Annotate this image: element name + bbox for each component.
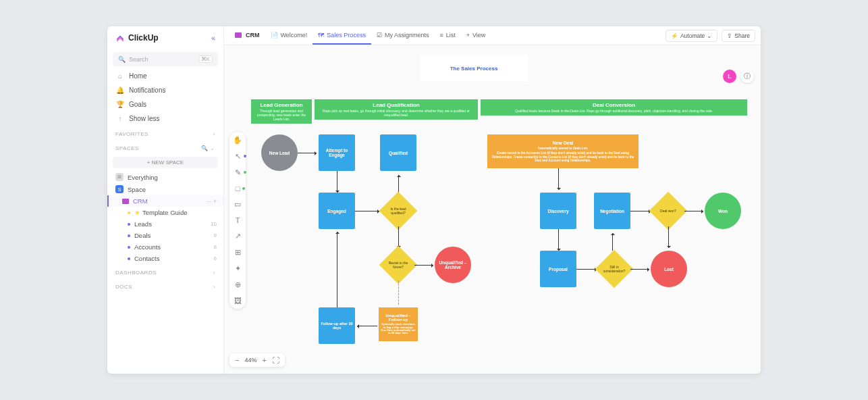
node-qualified[interactable]: Qualified [380,134,416,171]
tool-sticky[interactable]: ▭ [234,200,241,209]
tab-welcome[interactable]: 📄Welcome! [265,26,313,45]
tool-more[interactable]: ✦ [235,264,241,273]
tree-label: Contacts [134,255,160,262]
breadcrumb-label: CRM [246,32,260,39]
stage-sub: Qualified leads become Deals in the Deal… [485,109,743,113]
trophy-icon: 🏆 [115,101,125,108]
node-unq-followup[interactable]: Unqualified – Follow-up Optionally mark … [379,307,418,341]
tool-templates[interactable]: ⊞ [235,248,241,257]
nav-label: Show less [129,115,160,122]
node-unq-archive[interactable]: Unqualified – Archive [435,247,471,283]
tree-everything[interactable]: ⊞Everything [107,171,223,183]
whiteboard-title[interactable]: The Sales Process [420,55,528,82]
arrow-up-icon: ↑ [115,115,125,122]
list-icon: ≡ [439,32,443,39]
whiteboard-toolbox: ✋↖✎□▭T↗⊞✦⊕🖼 [229,132,246,309]
count-badge: 9 [214,232,217,239]
node-lost[interactable]: Lost [651,251,687,287]
tool-shape[interactable]: □ [236,184,240,193]
doc-icon: 📄 [271,32,278,39]
dashboards-header[interactable]: DASHBOARDS› [107,264,223,278]
search-icon: 🔍 [118,56,126,63]
check-icon: ☑ [377,32,382,39]
node-new-lead[interactable]: New Lead [261,134,298,171]
collapse-sidebar-button[interactable]: « [211,34,215,42]
tool-image[interactable]: 🖼 [234,297,242,305]
tab-label: Sales Process [327,32,366,39]
arrow [337,171,337,193]
docs-header[interactable]: DOCS› [107,278,223,293]
node-new-deal[interactable]: New Deal Automatically moved to Deals Li… [487,134,639,168]
tool-web[interactable]: ⊕ [235,280,241,289]
user-avatar[interactable]: L [723,70,736,83]
arrow [684,211,703,211]
tool-pen[interactable]: ✎ [235,168,241,177]
node-followup-30[interactable]: Follow-up after 30 days [319,307,355,344]
tab-list[interactable]: ≡List [434,26,460,45]
stage-deal-conv[interactable]: Deal ConversionQualified leads become De… [481,99,747,116]
search-small-icon: 🔍 ⌄ [201,145,215,151]
node-won[interactable]: Won [705,193,741,229]
nav-home[interactable]: ⌂Home [107,69,223,83]
tab-add-view[interactable]: +View [461,26,491,45]
tool-connector[interactable]: ↗ [235,232,241,241]
tree-list-contacts[interactable]: Contacts6 [107,253,223,264]
node-deal-won[interactable]: Deal won? [649,192,688,230]
arrow [558,168,559,190]
node-engaged[interactable]: Engaged [319,193,355,229]
node-negotiation[interactable]: Negotiation [594,193,630,229]
tree-list-deals[interactable]: Deals9 [107,230,223,241]
tab-label: List [446,32,456,39]
zoom-in-button[interactable]: + [262,356,266,364]
whiteboard-canvas[interactable]: L ⓘ The Sales Process Lead GenerationThr… [224,45,761,374]
button-label: Share [734,32,750,39]
nav-show-less[interactable]: ↑Show less [107,111,223,126]
tab-sales-process[interactable]: 🗺Sales Process [313,26,371,45]
diamond-label: Deal won? [660,209,676,213]
new-space-button[interactable]: + NEW SPACE [113,157,218,168]
dot-icon [128,234,130,237]
search-input[interactable]: 🔍 Search ⌘K [113,52,218,66]
tool-pointer[interactable]: ↖ [235,152,241,161]
tabs-right: ⚡Automate⌄ ⇪Share [666,30,755,42]
nav-notifications[interactable]: 🔔Notifications [107,83,223,97]
stage-title: Lead Generation [255,102,308,108]
node-is-qualified[interactable]: Is the lead qualified? [379,192,418,230]
stage-sub: Reps pick up new leads, go through initi… [319,109,474,117]
node-attempt-engage[interactable]: Attempt to Engage [319,134,355,171]
tree-list-accounts[interactable]: Accounts8 [107,241,223,253]
spaces-header[interactable]: SPACES🔍 ⌄ [107,140,223,154]
tool-color-dot [244,155,246,157]
floating-controls: L ⓘ [723,70,754,83]
fit-button[interactable]: ⛶ [272,356,279,364]
node-still-consider[interactable]: Still in consideration? [595,250,634,289]
breadcrumb-crm[interactable]: CRM [229,26,265,45]
node-revisit[interactable]: Revisit in the future? [379,246,418,284]
tree-list-leads[interactable]: Leads10 [107,218,223,230]
zoom-out-button[interactable]: − [235,356,239,364]
stage-sub: Through lead generation and prospecting,… [255,109,308,121]
stage-lead-gen[interactable]: Lead GenerationThrough lead generation a… [251,99,312,124]
node-discovery[interactable]: Discovery [540,193,576,229]
tool-hand[interactable]: ✋ [233,136,242,145]
bell-icon: 🔔 [115,86,125,94]
favorites-header[interactable]: FAVORITES› [107,126,223,140]
info-button[interactable]: ⓘ [740,70,754,83]
stage-lead-qual[interactable]: Lead QualificationReps pick up new leads… [315,99,478,120]
automate-button[interactable]: ⚡Automate⌄ [666,30,717,42]
node-title: Unqualified – Follow-up [381,314,416,322]
tab-my-assignments[interactable]: ☑My Assignments [371,26,435,45]
item-actions[interactable]: ··· + [207,198,217,205]
node-title: New Deal [552,141,573,145]
tree-list-template[interactable]: ★Template Guide [107,207,223,218]
arrow [630,211,651,211]
share-button[interactable]: ⇪Share [722,30,755,42]
tool-text[interactable]: T [236,216,240,224]
nav-label: Notifications [129,86,165,94]
main-area: CRM 📄Welcome! 🗺Sales Process ☑My Assignm… [224,26,761,374]
nav-goals[interactable]: 🏆Goals [107,97,223,111]
tree-label: Space [128,186,146,193]
tree-folder-crm[interactable]: CRM··· + [107,195,223,207]
node-proposal[interactable]: Proposal [540,251,576,287]
tree-space[interactable]: SSpace [107,183,223,195]
